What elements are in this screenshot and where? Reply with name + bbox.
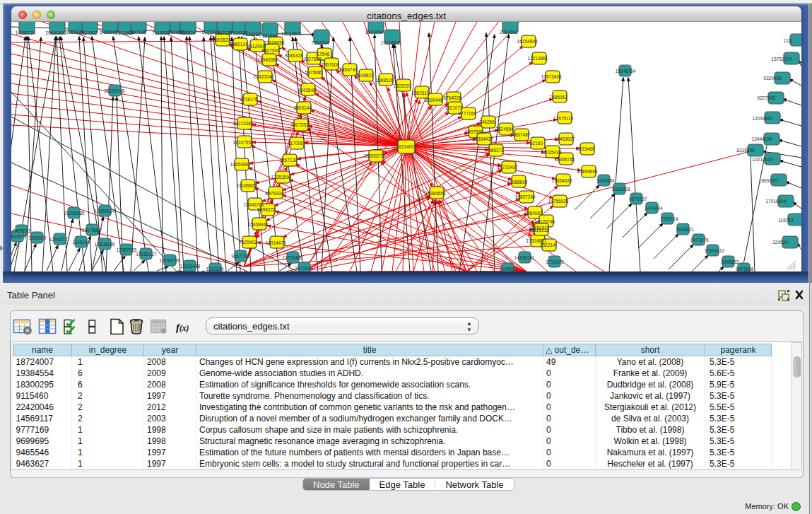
svg-text:17957255: 17957255: [117, 247, 137, 252]
svg-text:9474444: 9474444: [645, 206, 663, 211]
svg-text:f(x): f(x): [176, 322, 189, 333]
svg-text:17546: 17546: [317, 52, 329, 57]
svg-text:8471636: 8471636: [736, 267, 754, 271]
svg-text:12213961: 12213961: [528, 56, 548, 61]
svg-text:9136082: 9136082: [242, 32, 261, 37]
svg-text:117006: 117006: [288, 141, 303, 146]
svg-text:124539: 124539: [772, 240, 788, 245]
svg-text:10654112: 10654112: [705, 248, 725, 253]
svg-text:7986372: 7986372: [486, 148, 504, 153]
svg-text:1156829: 1156829: [29, 235, 47, 240]
svg-text:16543382: 16543382: [258, 57, 278, 62]
svg-text:7357224: 7357224: [311, 40, 329, 45]
svg-text:7632621: 7632621: [676, 227, 694, 232]
svg-text:7151552: 7151552: [259, 33, 278, 38]
svg-text:16648784: 16648784: [616, 69, 636, 74]
svg-text:9242848: 9242848: [298, 88, 316, 93]
svg-text:1568520: 1568520: [375, 78, 394, 83]
svg-text:20364436: 20364436: [473, 136, 493, 141]
svg-text:6879197: 6879197: [629, 197, 647, 201]
svg-text:9857791: 9857791: [231, 254, 249, 259]
svg-text:22420046: 22420046: [254, 74, 274, 79]
svg-text:3824554: 3824554: [495, 127, 514, 132]
svg-text:8454749: 8454749: [339, 67, 358, 72]
svg-text:12353594: 12353594: [271, 175, 292, 180]
svg-text:12505185: 12505185: [95, 242, 115, 247]
svg-text:8878334: 8878334: [265, 191, 283, 196]
svg-text:252214: 252214: [540, 243, 555, 247]
svg-text:3427552: 3427552: [290, 122, 309, 127]
svg-text:5375685: 5375685: [305, 70, 323, 75]
svg-text:62160: 62160: [530, 141, 543, 146]
svg-text:9327508: 9327508: [303, 57, 322, 62]
svg-text:19218506: 19218506: [381, 40, 401, 45]
svg-text:8215955: 8215955: [736, 148, 755, 153]
svg-text:8471676: 8471676: [690, 238, 709, 243]
svg-text:20206535: 20206535: [64, 211, 85, 216]
svg-text:16782759: 16782759: [160, 258, 180, 263]
svg-text:9327503: 9327503: [261, 48, 280, 53]
svg-text:1667135: 1667135: [128, 30, 146, 35]
svg-text:13716485: 13716485: [283, 255, 303, 260]
svg-text:12213389: 12213389: [233, 121, 254, 126]
svg-text:25300275: 25300275: [365, 153, 385, 158]
svg-text:12975115: 12975115: [553, 116, 574, 121]
svg-text:1112: 1112: [783, 38, 793, 43]
svg-text:19384554: 19384554: [425, 191, 446, 196]
svg-text:2718176: 2718176: [240, 97, 258, 102]
svg-text:9146821: 9146821: [355, 73, 374, 78]
svg-text:1371649: 1371649: [295, 266, 313, 271]
svg-text:19654923: 19654923: [552, 178, 572, 183]
svg-text:1362615: 1362615: [411, 90, 430, 95]
svg-text:15751074: 15751074: [772, 57, 792, 62]
svg-text:10807487: 10807487: [510, 132, 531, 137]
svg-text:11923448: 11923448: [180, 264, 201, 269]
svg-text:9329966: 9329966: [763, 76, 782, 81]
svg-text:14055724: 14055724: [16, 30, 36, 35]
svg-text:2935114: 2935114: [661, 216, 678, 221]
svg-text:746266: 746266: [479, 119, 495, 124]
svg-text:12444154: 12444154: [752, 136, 772, 141]
svg-text:2367608: 2367608: [321, 62, 339, 67]
svg-text:20691406: 20691406: [46, 30, 66, 35]
svg-text:17016504: 17016504: [766, 199, 787, 204]
svg-text:7625402: 7625402: [239, 240, 257, 245]
svg-text:15692971: 15692971: [759, 178, 779, 183]
svg-text:5498222: 5498222: [257, 207, 276, 212]
svg-text:9194562: 9194562: [499, 267, 517, 271]
svg-text:1440954: 1440954: [596, 178, 615, 183]
svg-text:1192345: 1192345: [206, 267, 224, 271]
svg-text:16154808: 16154808: [517, 39, 538, 44]
svg-text:15046786: 15046786: [244, 202, 264, 207]
svg-text:16914479: 16914479: [266, 240, 286, 245]
svg-text:10688609: 10688609: [507, 180, 528, 185]
svg-text:3915914: 3915914: [11, 234, 27, 239]
svg-text:19463627: 19463627: [555, 136, 575, 141]
svg-text:8938928: 8938928: [612, 187, 630, 192]
svg-text:116753: 116753: [778, 218, 794, 223]
svg-text:7515524: 7515524: [177, 30, 196, 35]
svg-text:8990448: 8990448: [425, 98, 443, 103]
svg-text:14136141: 14136141: [514, 255, 535, 260]
svg-text:17359924: 17359924: [95, 209, 115, 214]
svg-text:8960124: 8960124: [230, 42, 248, 47]
svg-text:9245652: 9245652: [721, 259, 739, 264]
svg-text:18807249: 18807249: [515, 194, 536, 199]
svg-text:16107552: 16107552: [233, 140, 254, 145]
svg-text:1615132: 1615132: [531, 228, 549, 233]
svg-text:93975887: 93975887: [82, 228, 102, 233]
svg-text:1322037: 1322037: [393, 83, 411, 88]
svg-text:20053346: 20053346: [105, 88, 125, 93]
svg-text:1733426: 1733426: [546, 259, 564, 264]
svg-text:2087682: 2087682: [500, 30, 518, 35]
svg-text:12093852: 12093852: [753, 116, 773, 121]
svg-text:10973493: 10973493: [541, 74, 562, 79]
svg-text:7485063: 7485063: [549, 95, 567, 100]
svg-text:1527602: 1527602: [79, 30, 98, 35]
svg-text:9115460: 9115460: [577, 146, 595, 151]
svg-text:16033809: 16033809: [281, 31, 302, 36]
svg-text:1621072: 1621072: [445, 105, 463, 110]
svg-text:3267130: 3267130: [279, 158, 298, 163]
svg-text:7663822: 7663822: [212, 37, 230, 42]
svg-text:10210643: 10210643: [753, 157, 773, 162]
